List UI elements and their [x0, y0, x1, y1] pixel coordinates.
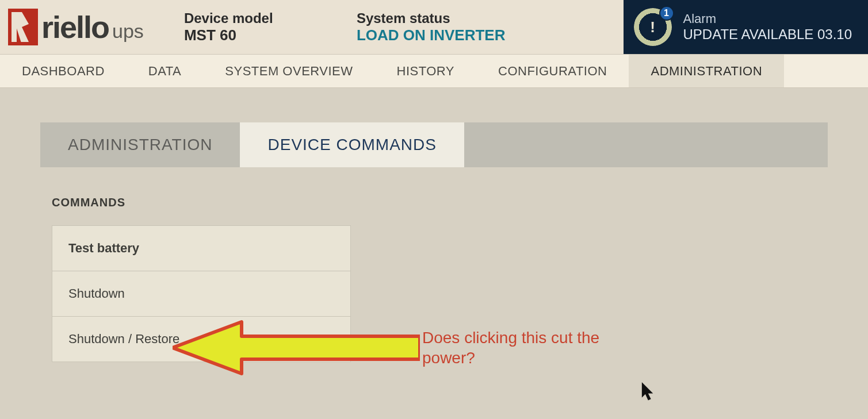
device-model-block: Device model MST 60 — [161, 0, 334, 54]
device-model-label: Device model — [184, 10, 311, 26]
svg-marker-1 — [642, 382, 653, 401]
system-status-block: System status LOAD ON INVERTER — [334, 0, 529, 54]
brand-logo-word2: ups — [112, 20, 144, 43]
command-shutdown[interactable]: Shutdown — [52, 271, 350, 317]
brand-logo-word1: riello — [41, 9, 109, 45]
mouse-cursor-icon — [641, 382, 656, 402]
brand-logo-mark-icon — [8, 9, 38, 45]
nav-dashboard[interactable]: DASHBOARD — [0, 55, 127, 87]
system-status-value: LOAD ON INVERTER — [357, 26, 506, 44]
brand-logo: riello ups — [0, 0, 161, 54]
nav-administration[interactable]: ADMINISTRATION — [629, 55, 784, 87]
header-bar: riello ups Device model MST 60 System st… — [0, 0, 868, 55]
alarm-title: Alarm — [683, 11, 852, 26]
commands-list: Test battery Shutdown Shutdown / Restore — [52, 225, 351, 362]
main-nav: DASHBOARD DATA SYSTEM OVERVIEW HISTORY C… — [0, 55, 868, 88]
alarm-icon: ! 1 — [634, 8, 672, 46]
subtab-device-commands[interactable]: DEVICE COMMANDS — [240, 122, 464, 167]
commands-panel: COMMANDS Test battery Shutdown Shutdown … — [40, 167, 828, 362]
command-shutdown-restore[interactable]: Shutdown / Restore — [52, 317, 350, 362]
system-status-label: System status — [357, 10, 506, 26]
alarm-message: UPDATE AVAILABLE 03.10 — [683, 26, 852, 43]
nav-system-overview[interactable]: SYSTEM OVERVIEW — [203, 55, 374, 87]
subtab-administration[interactable]: ADMINISTRATION — [40, 122, 240, 167]
alarm-panel[interactable]: ! 1 Alarm UPDATE AVAILABLE 03.10 — [624, 0, 868, 54]
device-model-value: MST 60 — [184, 26, 311, 44]
commands-heading: COMMANDS — [52, 196, 816, 209]
nav-data[interactable]: DATA — [127, 55, 203, 87]
command-test-battery[interactable]: Test battery — [52, 226, 350, 271]
nav-history[interactable]: HISTORY — [375, 55, 477, 87]
nav-configuration[interactable]: CONFIGURATION — [476, 55, 629, 87]
sub-tabs: ADMINISTRATION DEVICE COMMANDS — [40, 122, 828, 167]
alarm-count-badge: 1 — [659, 6, 674, 21]
